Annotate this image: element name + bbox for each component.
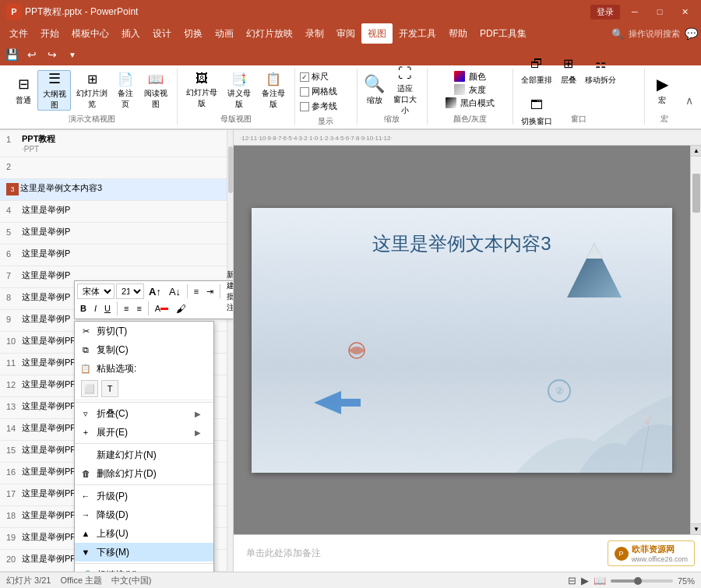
font-family-select[interactable]: 宋体	[77, 283, 114, 299]
ribbon-btn-zoom[interactable]: 🔍 缩放	[362, 70, 387, 111]
panel-scrollbar[interactable]	[227, 130, 233, 572]
ribbon-btn-fit-window[interactable]: ⛶ 适应窗口大小	[389, 70, 422, 111]
redo-button[interactable]: ↪	[44, 46, 61, 63]
customize-button[interactable]: ▼	[64, 46, 81, 63]
menu-item-slideshow[interactable]: 幻灯片放映	[240, 23, 299, 44]
ribbon-btn-normal[interactable]: ⊟ 普通	[11, 70, 36, 111]
font-size-select[interactable]: 21	[116, 283, 144, 299]
menu-item-transition[interactable]: 切换	[178, 23, 209, 44]
highlight-btn[interactable]: 🖌	[173, 301, 189, 316]
ctx-item-promote[interactable]: ← 升级(P)	[75, 487, 213, 505]
search-placeholder[interactable]: 操作说明搜索	[629, 28, 680, 40]
vertical-scrollbar[interactable]: ▲ ▼	[690, 146, 701, 534]
ribbon-btn-switch-window[interactable]: 🗔 切换窗口	[518, 91, 555, 132]
checkbox-ruler[interactable]: 标尺	[300, 70, 329, 83]
svg-point-4	[649, 417, 652, 420]
align-right-btn[interactable]: ≡	[133, 301, 144, 316]
increase-font-btn[interactable]: A↑	[146, 283, 164, 299]
slideshow-btn[interactable]: ▶	[581, 575, 589, 586]
ribbon-btn-new-window[interactable]: 🗗 全部重排	[518, 50, 555, 90]
ribbon-btn-blackwhite[interactable]: 黑白模式	[442, 97, 498, 109]
login-button[interactable]: 登录	[590, 5, 620, 19]
ruler-checkbox[interactable]	[300, 72, 309, 82]
close-button[interactable]: ✕	[675, 4, 695, 19]
ctx-item-move-up[interactable]: ▲ 上移(U)	[75, 524, 213, 543]
slide-item-4[interactable]: 4 这里是举例P	[0, 201, 233, 223]
ctx-item-paste[interactable]: 📋 粘贴选项:	[75, 359, 213, 378]
indent-btn[interactable]: ⇥	[203, 283, 217, 299]
scroll-down-btn[interactable]: ▼	[691, 523, 701, 534]
menu-item-view[interactable]: 视图	[361, 23, 393, 44]
zoom-slider[interactable]	[611, 579, 673, 583]
ctx-item-delete-slide[interactable]: 🗑 删除幻灯片(D)	[75, 464, 213, 483]
menu-item-help[interactable]: 帮助	[442, 23, 474, 44]
ribbon-btn-reading[interactable]: 📖 阅读视图	[140, 70, 172, 111]
maximize-button[interactable]: □	[650, 4, 670, 19]
menu-item-review[interactable]: 审阅	[330, 23, 361, 44]
ribbon-btn-handout-master[interactable]: 📑 讲义母版	[223, 70, 255, 111]
ctx-item-move-down[interactable]: ▼ 下移(M)	[75, 543, 213, 562]
menu-item-animation[interactable]: 动画	[209, 23, 240, 44]
ribbon-btn-slide-master[interactable]: 🖼 幻灯片母版	[182, 70, 221, 111]
chat-icon[interactable]: 💬	[685, 27, 698, 40]
checkbox-gridlines[interactable]: 网格线	[300, 85, 337, 98]
menu-item-record[interactable]: 录制	[299, 23, 330, 44]
menu-item-dev[interactable]: 开发工具	[393, 23, 442, 44]
underline-btn[interactable]: U	[101, 301, 114, 316]
slide-panel: 1 PPT教程 ·PPT 2 3 这里是举例文本内容3 4 这里是举例P 5 这…	[0, 130, 234, 572]
decrease-font-btn[interactable]: A↓	[166, 283, 184, 299]
ctx-item-new-slide[interactable]: 新建幻灯片(N)	[75, 445, 213, 464]
app-icon: P	[6, 4, 22, 19]
slide-canvas[interactable]: ② 这里是举例文本内容3	[252, 208, 672, 473]
ribbon-btn-macro[interactable]: ▶ 宏	[650, 70, 675, 111]
font-color-btn[interactable]: A	[152, 301, 171, 316]
menu-item-home[interactable]: 开始	[34, 23, 65, 44]
ribbon-btn-split[interactable]: ⚏ 移动拆分	[582, 50, 619, 90]
checkbox-guides[interactable]: 参考线	[300, 100, 337, 113]
guides-checkbox[interactable]	[300, 102, 309, 111]
ctx-item-demote[interactable]: → 降级(D)	[75, 505, 213, 524]
ctx-item-cut[interactable]: ✂ 剪切(T)	[75, 322, 213, 340]
menu-item-pdf[interactable]: PDF工具集	[474, 23, 533, 44]
normal-view-btn[interactable]: ⊟	[568, 575, 576, 586]
ctx-item-expand[interactable]: + 展开(E) ▶	[75, 423, 213, 442]
scroll-thumb[interactable]	[692, 174, 700, 213]
reading-btn[interactable]: 📖	[594, 575, 606, 586]
slide-item-2[interactable]: 2	[0, 157, 233, 179]
scroll-up-btn[interactable]: ▲	[691, 146, 701, 157]
menu-item-design[interactable]: 设计	[146, 23, 178, 44]
undo-button[interactable]: ↩	[23, 46, 41, 63]
slide-item-1[interactable]: 1 PPT教程 ·PPT	[0, 130, 233, 157]
ribbon-collapse-button[interactable]: ∧	[684, 69, 695, 132]
ribbon-btn-slide-sorter[interactable]: ⊞ 幻灯片浏览	[72, 70, 111, 111]
save-button[interactable]: 💾	[3, 46, 20, 63]
ctx-item-copy[interactable]: ⧉ 复制(C)	[75, 340, 213, 359]
menu-item-template[interactable]: 模板中心	[65, 23, 115, 44]
ribbon-btn-outline[interactable]: ☰ 大纲视图	[37, 70, 71, 111]
ribbon-btn-notes[interactable]: 📄 备注页	[113, 70, 139, 111]
bold-btn[interactable]: B	[77, 301, 90, 316]
ribbon-btn-cascade[interactable]: ⊞ 层叠	[556, 50, 581, 90]
align-center-btn[interactable]: ≡	[121, 301, 132, 316]
delete-slide-icon: 🗑	[79, 467, 92, 480]
ribbon-btn-notes-master[interactable]: 📋 备注母版	[257, 70, 290, 111]
ribbon-btn-color[interactable]: 颜色	[451, 70, 489, 83]
new-comment-btn[interactable]: 新建批注	[224, 283, 234, 299]
minimize-button[interactable]: ─	[625, 4, 645, 19]
gridlines-checkbox[interactable]	[300, 87, 309, 97]
paste-option-2[interactable]: T	[101, 380, 118, 397]
italic-btn[interactable]: I	[91, 301, 100, 316]
promote-icon: ←	[79, 490, 92, 502]
align-left-btn[interactable]: ≡	[191, 283, 202, 299]
ruler-svg: ·12·11·10·9·8·7·6·5·4·3·2·1·0·1·2·3·4·5·…	[237, 130, 701, 145]
ctx-item-hyperlink[interactable]: 🔗 超链接(H)...	[75, 565, 213, 572]
ribbon-btn-grayscale[interactable]: 灰度	[451, 83, 489, 96]
menu-item-insert[interactable]: 插入	[115, 23, 146, 44]
paste-option-1[interactable]: ⬜	[81, 380, 98, 397]
svg-point-5	[643, 415, 646, 418]
menu-item-file[interactable]: 文件	[3, 23, 34, 44]
slide-item-6[interactable]: 6 这里是举例P	[0, 245, 233, 266]
slide-item-5[interactable]: 5 这里是举例P	[0, 223, 233, 245]
ctx-item-collapse[interactable]: ▿ 折叠(C) ▶	[75, 404, 213, 423]
slide-item-3[interactable]: 3 这里是举例文本内容3	[0, 179, 233, 201]
